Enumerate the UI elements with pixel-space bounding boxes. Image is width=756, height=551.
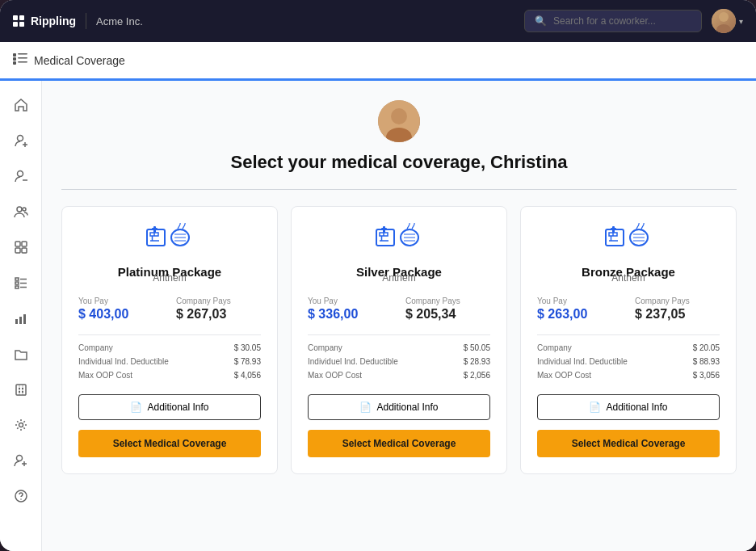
svg-rect-13 (22, 242, 27, 246)
svg-rect-20 (15, 286, 19, 288)
plans-grid: Platinum Package Anthem You Pay $ 403,00… (61, 206, 737, 474)
document-icon: 📄 (359, 402, 372, 413)
sidebar-item-folder[interactable] (6, 339, 36, 368)
details-platinum: Company $ 30.05 Individual Ind. Deductib… (78, 334, 261, 385)
detail-row: Max OOP Cost $ 2,056 (308, 371, 490, 380)
anthem-logo-silver (308, 223, 490, 252)
device-frame: Rippling Acme Inc. 🔍 ▾ (0, 0, 756, 551)
pricing-silver: You Pay $ 336,00 Company Pays $ 205,34 (308, 293, 490, 325)
avatar[interactable] (712, 9, 736, 33)
sidebar-item-chart[interactable] (6, 304, 36, 333)
page-heading: Select your medical coverage, Christina (231, 152, 568, 173)
app-logo: Rippling (13, 15, 76, 27)
select-coverage-button-bronze[interactable]: Select Medical Coverage (537, 430, 720, 457)
svg-rect-6 (13, 61, 16, 65)
main-content: Select your medical coverage, Christina (42, 81, 756, 551)
svg-rect-14 (15, 248, 20, 253)
sidebar-item-help[interactable] (6, 482, 36, 511)
sidebar-item-users[interactable] (6, 197, 36, 226)
svg-rect-52 (611, 228, 616, 230)
sidebar-item-grid[interactable] (6, 233, 36, 262)
svg-rect-12 (15, 242, 20, 246)
svg-point-10 (17, 207, 22, 212)
app-title: Rippling (31, 15, 76, 27)
select-coverage-button-silver[interactable]: Select Medical Coverage (308, 430, 490, 457)
svg-rect-42 (152, 228, 158, 230)
sidebar-item-add-person[interactable] (6, 446, 36, 475)
plan-card-silver: Silver Package Anthem You Pay $ 336,00 C… (291, 206, 507, 474)
svg-point-11 (23, 208, 26, 211)
svg-rect-47 (381, 228, 387, 230)
detail-row: Company $ 20.05 (537, 343, 720, 352)
detail-row: Company $ 50.05 (308, 343, 490, 352)
details-silver: Company $ 50.05 Individuel Ind. Deductib… (308, 334, 490, 385)
svg-point-35 (20, 498, 22, 500)
company-pays-platinum: Company Pays $ 267,03 (176, 297, 261, 322)
sidebar-item-settings[interactable] (6, 410, 36, 440)
main-layout: Select your medical coverage, Christina (0, 81, 756, 551)
logo-sq4 (19, 22, 24, 27)
sidebar-item-add-user[interactable] (6, 126, 36, 155)
svg-point-8 (17, 136, 23, 141)
avatar-image (712, 9, 736, 33)
anthem-logo-bronze (537, 223, 720, 252)
svg-rect-7 (18, 61, 27, 63)
additional-info-button-bronze[interactable]: 📄 Additional Info (537, 394, 720, 420)
svg-point-32 (19, 423, 23, 427)
svg-rect-24 (23, 314, 26, 324)
svg-rect-3 (18, 53, 27, 55)
detail-row: Max OOP Cost $ 3,056 (537, 371, 720, 380)
additional-info-button-platinum[interactable]: 📄 Additional Info (78, 394, 261, 420)
logo-sq3 (13, 22, 18, 27)
logo-sq2 (19, 15, 24, 20)
section-divider (61, 189, 737, 190)
company-pays-silver: Company Pays $ 205,34 (405, 297, 490, 322)
sidebar-item-building[interactable] (6, 375, 36, 404)
detail-row: Individual Ind. Deductible $ 88.93 (537, 357, 720, 366)
plan-provider-silver: Anthem (308, 272, 490, 284)
you-pay-bronze: You Pay $ 263,00 (537, 297, 622, 322)
sidebar (0, 81, 42, 551)
svg-rect-2 (13, 53, 16, 57)
plan-card-platinum: Platinum Package Anthem You Pay $ 403,00… (61, 206, 278, 474)
search-input[interactable] (553, 15, 691, 27)
anthem-logo-platinum (78, 223, 261, 252)
svg-rect-5 (18, 57, 27, 59)
logo-sq1 (13, 15, 18, 20)
document-icon: 📄 (130, 402, 142, 413)
chevron-down-icon[interactable]: ▾ (739, 17, 743, 26)
plan-provider-bronze: Anthem (537, 272, 720, 284)
svg-point-37 (391, 108, 407, 124)
nav-divider (86, 13, 86, 29)
svg-rect-18 (15, 282, 19, 284)
search-icon: 🔍 (535, 15, 547, 27)
svg-rect-15 (22, 248, 27, 253)
page-header: Select your medical coverage, Christina (61, 100, 737, 173)
svg-point-0 (719, 12, 729, 22)
page-icon (13, 53, 27, 68)
plan-provider-platinum: Anthem (78, 272, 261, 284)
you-pay-platinum: You Pay $ 403,00 (78, 297, 163, 322)
additional-info-button-silver[interactable]: 📄 Additional Info (308, 394, 490, 420)
svg-rect-4 (13, 57, 16, 61)
company-name: Acme Inc. (96, 15, 143, 27)
svg-rect-22 (15, 319, 18, 324)
details-bronze: Company $ 20.05 Individual Ind. Deductib… (537, 334, 720, 385)
search-box[interactable]: 🔍 (524, 10, 702, 32)
plan-card-bronze: Bronze Package Anthem You Pay $ 263,00 C… (520, 206, 737, 474)
sidebar-item-home[interactable] (6, 90, 36, 120)
top-nav: Rippling Acme Inc. 🔍 ▾ (0, 0, 756, 42)
svg-point-33 (16, 456, 22, 461)
sub-nav: Medical Coverage (0, 42, 756, 81)
pricing-platinum: You Pay $ 403,00 Company Pays $ 267,03 (78, 293, 261, 325)
select-coverage-button-platinum[interactable]: Select Medical Coverage (78, 430, 261, 457)
svg-point-1 (716, 24, 731, 33)
svg-point-9 (17, 171, 23, 177)
sidebar-item-list[interactable] (6, 268, 36, 297)
user-avatar (378, 100, 420, 142)
sidebar-item-remove-user[interactable] (6, 162, 36, 191)
logo-icon (13, 15, 24, 27)
detail-row: Individual Ind. Deductible $ 78.93 (78, 357, 261, 366)
svg-rect-25 (16, 385, 26, 395)
pricing-bronze: You Pay $ 263,00 Company Pays $ 237,05 (537, 293, 720, 325)
